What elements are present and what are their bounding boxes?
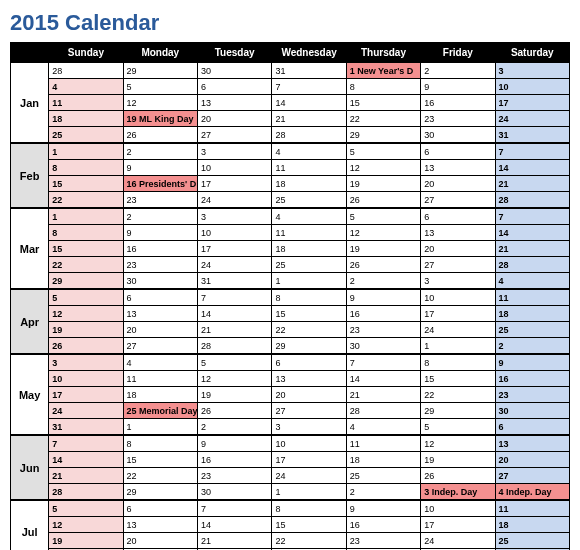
- header-sunday: Sunday: [49, 43, 123, 63]
- day-cell: 13: [421, 160, 495, 176]
- day-cell: 22: [123, 468, 197, 484]
- week-row: May3456789: [11, 354, 570, 371]
- day-cell: 9: [421, 79, 495, 95]
- day-cell: 18: [49, 111, 123, 127]
- day-cell: 13: [495, 435, 569, 452]
- day-cell: 4: [49, 79, 123, 95]
- day-cell: 25: [346, 468, 420, 484]
- header-thursday: Thursday: [346, 43, 420, 63]
- day-cell: 27: [421, 257, 495, 273]
- week-row: Mar1234567: [11, 208, 570, 225]
- month-label: Apr: [11, 289, 49, 354]
- day-cell: 19: [197, 387, 271, 403]
- day-cell: 28: [495, 257, 569, 273]
- day-cell: 1: [272, 484, 346, 501]
- day-cell: 17: [197, 241, 271, 257]
- day-cell: 14: [49, 452, 123, 468]
- day-cell: 2: [421, 62, 495, 79]
- header-friday: Friday: [421, 43, 495, 63]
- day-cell: 14: [346, 371, 420, 387]
- day-cell: 15: [49, 241, 123, 257]
- day-cell: 23: [197, 468, 271, 484]
- day-cell: 6: [197, 79, 271, 95]
- day-cell: 6: [123, 500, 197, 517]
- day-cell: 14: [495, 225, 569, 241]
- page-title: 2015 Calendar: [10, 10, 570, 36]
- day-cell: 22: [272, 533, 346, 549]
- week-row: 25262728293031: [11, 127, 570, 144]
- day-cell: 16: [495, 371, 569, 387]
- day-cell: 1 New Year's D: [346, 62, 420, 79]
- day-cell: 6: [123, 289, 197, 306]
- week-row: Jun78910111213: [11, 435, 570, 452]
- day-cell: 6: [495, 419, 569, 436]
- day-cell: 5: [346, 208, 420, 225]
- day-cell: 11: [495, 289, 569, 306]
- day-cell: 16: [346, 306, 420, 322]
- day-cell: 9: [495, 354, 569, 371]
- day-cell: 5: [123, 79, 197, 95]
- day-cell: 10: [495, 79, 569, 95]
- day-cell: 20: [421, 176, 495, 192]
- day-cell: 11: [123, 371, 197, 387]
- day-cell: 6: [421, 143, 495, 160]
- day-cell: 30: [495, 403, 569, 419]
- month-label: Mar: [11, 208, 49, 289]
- day-cell: 18: [495, 517, 569, 533]
- day-cell: 4: [495, 273, 569, 290]
- day-cell: 8: [346, 79, 420, 95]
- day-cell: 30: [197, 484, 271, 501]
- header-tuesday: Tuesday: [197, 43, 271, 63]
- day-cell: 7: [197, 500, 271, 517]
- day-cell: 26: [346, 192, 420, 209]
- day-cell: 12: [49, 306, 123, 322]
- day-cell: 3: [49, 354, 123, 371]
- day-cell: 10: [421, 289, 495, 306]
- day-cell: 29: [123, 62, 197, 79]
- month-label: Jan: [11, 62, 49, 143]
- day-cell: 27: [272, 403, 346, 419]
- day-cell: 15: [346, 95, 420, 111]
- day-cell: 25: [495, 533, 569, 549]
- day-cell: 27: [421, 192, 495, 209]
- day-cell: 21: [197, 322, 271, 338]
- header-saturday: Saturday: [495, 43, 569, 63]
- day-cell: 16: [421, 95, 495, 111]
- month-label: Jul: [11, 500, 49, 550]
- day-cell: 25: [272, 257, 346, 273]
- day-cell: 5: [346, 143, 420, 160]
- day-cell: 4 Indep. Day: [495, 484, 569, 501]
- week-row: 22232425262728: [11, 192, 570, 209]
- day-cell: 13: [123, 306, 197, 322]
- header-wednesday: Wednesday: [272, 43, 346, 63]
- week-row: 1819 ML King Day2021222324: [11, 111, 570, 127]
- week-row: 45678910: [11, 79, 570, 95]
- day-cell: 11: [346, 435, 420, 452]
- day-cell: 13: [272, 371, 346, 387]
- day-cell: 12: [197, 371, 271, 387]
- day-cell: 1: [272, 273, 346, 290]
- day-cell: 25: [495, 322, 569, 338]
- day-cell: 29: [49, 273, 123, 290]
- day-cell: 26: [197, 403, 271, 419]
- day-cell: 2: [123, 208, 197, 225]
- week-row: 282930123 Indep. Day4 Indep. Day: [11, 484, 570, 501]
- calendar-table: Sunday Monday Tuesday Wednesday Thursday…: [10, 42, 570, 550]
- day-cell: 23: [346, 322, 420, 338]
- day-cell: 2: [346, 484, 420, 501]
- day-cell: 14: [197, 517, 271, 533]
- day-cell: 7: [49, 435, 123, 452]
- day-cell: 4: [272, 208, 346, 225]
- day-cell: 14: [272, 95, 346, 111]
- day-cell: 13: [197, 95, 271, 111]
- day-cell: 1: [421, 338, 495, 355]
- week-row: 19202122232425: [11, 533, 570, 549]
- day-cell: 9: [123, 160, 197, 176]
- day-cell: 5: [49, 500, 123, 517]
- day-cell: 19: [49, 322, 123, 338]
- day-cell: 22: [49, 257, 123, 273]
- day-cell: 21: [197, 533, 271, 549]
- day-cell: 9: [123, 225, 197, 241]
- day-cell: 8: [272, 500, 346, 517]
- day-cell: 27: [197, 127, 271, 144]
